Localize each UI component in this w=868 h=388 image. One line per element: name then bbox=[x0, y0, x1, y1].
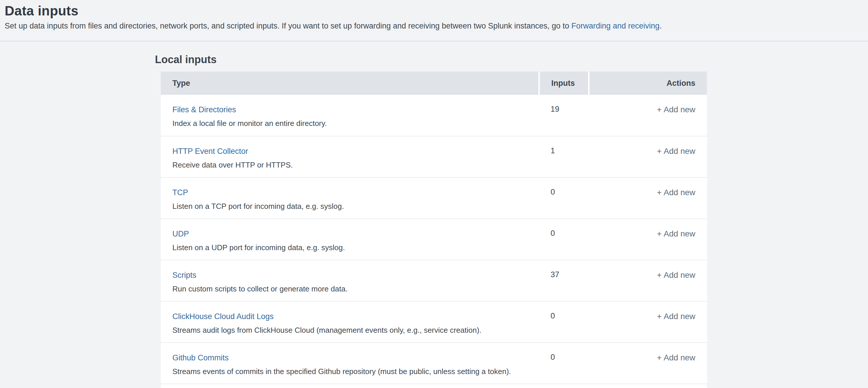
add-new-label: Add new bbox=[664, 229, 695, 238]
input-type-description: Listen on a UDP port for incoming data, … bbox=[173, 243, 527, 252]
actions-cell: +Add new bbox=[589, 177, 707, 219]
forwarding-and-receiving-link[interactable]: Forwarding and receiving bbox=[571, 22, 659, 30]
table-row: Github Commits Streams events of commits… bbox=[161, 342, 707, 384]
input-type-description: Listen on a TCP port for incoming data, … bbox=[173, 201, 527, 211]
inputs-count: 0 bbox=[539, 219, 589, 260]
inputs-count: 0 bbox=[539, 301, 589, 342]
type-cell: Files & Directories Index a local file o… bbox=[161, 95, 539, 136]
actions-cell: +Add new bbox=[589, 136, 707, 177]
table-row: HTTP Event Collector Receive data over H… bbox=[161, 136, 707, 177]
plus-icon: + bbox=[657, 147, 661, 156]
type-cell: HTTP Event Collector Receive data over H… bbox=[161, 136, 539, 177]
actions-cell: +Add new bbox=[589, 260, 707, 301]
add-new-label: Add new bbox=[664, 105, 695, 114]
plus-icon: + bbox=[657, 353, 661, 362]
page-title: Data inputs bbox=[5, 3, 868, 19]
input-type-description: Run custom scripts to collect or generat… bbox=[173, 284, 527, 294]
type-cell: UDP Listen on a UDP port for incoming da… bbox=[161, 219, 539, 260]
page-header: Data inputs Set up data inputs from file… bbox=[0, 0, 868, 41]
input-type-description: Index a local file or monitor an entire … bbox=[173, 118, 527, 128]
plus-icon: + bbox=[657, 188, 661, 197]
input-type-link[interactable]: Scripts bbox=[173, 270, 196, 280]
actions-cell: +Add new bbox=[589, 342, 707, 384]
inputs-count bbox=[539, 384, 589, 388]
table-header: Type Inputs Actions bbox=[161, 71, 707, 95]
add-new-button[interactable]: +Add new bbox=[657, 353, 695, 363]
input-type-link[interactable]: ClickHouse Cloud Audit Logs bbox=[173, 311, 274, 321]
type-cell bbox=[161, 384, 539, 388]
actions-cell: +Add new bbox=[589, 219, 707, 260]
actions-cell: +Add new bbox=[589, 95, 707, 136]
add-new-label: Add new bbox=[664, 312, 695, 321]
local-inputs-table: Type Inputs Actions Files & Directories … bbox=[161, 71, 707, 388]
table-row-partial bbox=[161, 384, 707, 388]
column-header-type: Type bbox=[161, 71, 539, 95]
page-subtitle: Set up data inputs from files and direct… bbox=[5, 21, 868, 31]
type-cell: ClickHouse Cloud Audit Logs Streams audi… bbox=[161, 301, 539, 342]
add-new-label: Add new bbox=[664, 147, 695, 156]
plus-icon: + bbox=[657, 105, 661, 114]
actions-cell: +Add new bbox=[589, 301, 707, 342]
type-cell: Github Commits Streams events of commits… bbox=[161, 342, 539, 384]
type-cell: Scripts Run custom scripts to collect or… bbox=[161, 260, 539, 301]
table-row: Scripts Run custom scripts to collect or… bbox=[161, 260, 707, 301]
input-type-description: Streams events of commits in the specifi… bbox=[173, 366, 527, 376]
add-new-label: Add new bbox=[664, 188, 695, 197]
input-type-link[interactable]: Github Commits bbox=[173, 353, 229, 363]
page-subtitle-text: Set up data inputs from files and direct… bbox=[5, 22, 571, 30]
plus-icon: + bbox=[657, 229, 661, 238]
input-type-link[interactable]: Files & Directories bbox=[173, 105, 236, 115]
inputs-count: 19 bbox=[539, 95, 589, 136]
column-header-actions: Actions bbox=[589, 71, 707, 95]
input-type-link[interactable]: TCP bbox=[173, 188, 188, 198]
input-type-description: Receive data over HTTP or HTTPS. bbox=[173, 160, 527, 170]
inputs-count: 0 bbox=[539, 177, 589, 219]
add-new-button[interactable]: +Add new bbox=[657, 270, 695, 280]
table-row: Files & Directories Index a local file o… bbox=[161, 95, 707, 136]
section-title-local-inputs: Local inputs bbox=[155, 41, 868, 66]
input-type-link[interactable]: UDP bbox=[173, 229, 189, 239]
plus-icon: + bbox=[657, 270, 661, 279]
actions-cell bbox=[589, 384, 707, 388]
add-new-button[interactable]: +Add new bbox=[657, 229, 695, 239]
add-new-label: Add new bbox=[664, 353, 695, 362]
inputs-count: 0 bbox=[539, 342, 589, 384]
inputs-count: 37 bbox=[539, 260, 589, 301]
add-new-button[interactable]: +Add new bbox=[657, 146, 695, 156]
add-new-button[interactable]: +Add new bbox=[657, 188, 695, 198]
table-row: UDP Listen on a UDP port for incoming da… bbox=[161, 219, 707, 260]
add-new-button[interactable]: +Add new bbox=[657, 105, 695, 115]
add-new-label: Add new bbox=[664, 270, 695, 279]
column-header-inputs: Inputs bbox=[539, 71, 589, 95]
input-type-description: Streams audit logs from ClickHouse Cloud… bbox=[173, 325, 527, 335]
table-row: TCP Listen on a TCP port for incoming da… bbox=[161, 177, 707, 219]
input-type-link[interactable]: HTTP Event Collector bbox=[173, 146, 248, 156]
plus-icon: + bbox=[657, 312, 661, 321]
inputs-count: 1 bbox=[539, 136, 589, 177]
type-cell: TCP Listen on a TCP port for incoming da… bbox=[161, 177, 539, 219]
table-row: ClickHouse Cloud Audit Logs Streams audi… bbox=[161, 301, 707, 342]
page-subtitle-period: . bbox=[659, 22, 662, 30]
add-new-button[interactable]: +Add new bbox=[657, 311, 695, 321]
